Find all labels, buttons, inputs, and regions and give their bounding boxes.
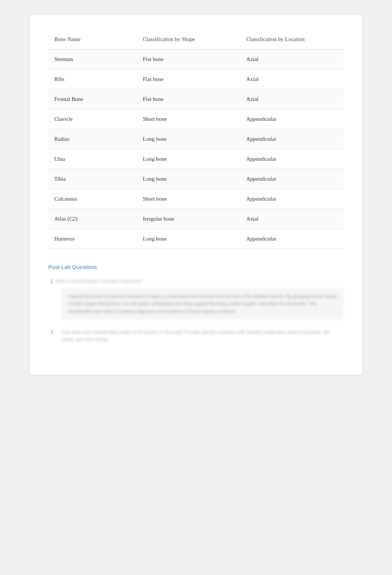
cell-location: Appendicular (240, 169, 344, 189)
cell-shape: Long bone (137, 169, 240, 189)
cell-location: Axial (240, 89, 344, 109)
cell-location: Axial (240, 50, 344, 69)
cell-bone-name: Atlas (C2) (48, 209, 137, 229)
cell-shape: Short bone (137, 109, 240, 129)
table-header-row: Bone Name Classification by Shape Classi… (48, 30, 344, 50)
cell-bone-name: Sternum (48, 50, 137, 69)
table-row: Frontal BoneFlat boneAxial (48, 89, 344, 109)
cell-location: Axial (240, 209, 344, 229)
question-1-answer: Classifying bones is important because i… (62, 288, 344, 320)
cell-shape: Long bone (137, 149, 240, 169)
cell-bone-name: Radius (48, 129, 137, 149)
cell-location: Appendicular (240, 149, 344, 169)
cell-bone-name: Humerus (48, 229, 137, 249)
question-1-label: Why is classification of bones important… (56, 278, 344, 285)
table-row: Atlas (C2)Irregular boneAxial (48, 209, 344, 229)
cell-bone-name: Clavicle (48, 109, 137, 129)
page-container: Bone Name Classification by Shape Classi… (30, 15, 362, 375)
cell-bone-name: Calcaneus (48, 189, 137, 209)
question-1: Why is classification of bones important… (56, 278, 344, 320)
table-row: RadiusLong boneAppendicular (48, 129, 344, 149)
cell-shape: Flat bone (137, 89, 240, 109)
header-classification-shape: Classification by Shape (137, 30, 240, 50)
table-row: RibsFlat boneAxial (48, 69, 344, 89)
cell-bone-name: Ribs (48, 69, 137, 89)
post-lab-title: Post-Lab Questions (48, 264, 344, 270)
cell-bone-name: Tibia (48, 169, 137, 189)
cell-shape: Irregular bone (137, 209, 240, 229)
cell-shape: Flat bone (137, 69, 240, 89)
cell-bone-name: Ulna (48, 149, 137, 169)
cell-shape: Long bone (137, 229, 240, 249)
header-bone-name: Bone Name (48, 30, 137, 50)
cell-location: Axial (240, 69, 344, 89)
post-lab-questions-list: Why is classification of bones important… (48, 278, 344, 344)
question-2-answer: How does bone classification relate to i… (62, 329, 344, 344)
table-row: ClavicleShort boneAppendicular (48, 109, 344, 129)
table-row: SternumFlat boneAxial (48, 50, 344, 69)
post-lab-section: Post-Lab Questions Why is classification… (48, 264, 344, 344)
cell-shape: Short bone (137, 189, 240, 209)
cell-location: Appendicular (240, 189, 344, 209)
cell-location: Appendicular (240, 229, 344, 249)
table-row: UlnaLong boneAppendicular (48, 149, 344, 169)
cell-shape: Flat bone (137, 50, 240, 69)
cell-location: Appendicular (240, 109, 344, 129)
cell-location: Appendicular (240, 129, 344, 149)
question-2: How does bone classification relate to i… (56, 329, 344, 344)
table-row: CalcaneusShort boneAppendicular (48, 189, 344, 209)
cell-bone-name: Frontal Bone (48, 89, 137, 109)
cell-shape: Long bone (137, 129, 240, 149)
header-classification-location: Classification by Location (240, 30, 344, 50)
table-row: HumerusLong boneAppendicular (48, 229, 344, 249)
table-row: TibiaLong boneAppendicular (48, 169, 344, 189)
bone-classification-table: Bone Name Classification by Shape Classi… (48, 30, 344, 249)
